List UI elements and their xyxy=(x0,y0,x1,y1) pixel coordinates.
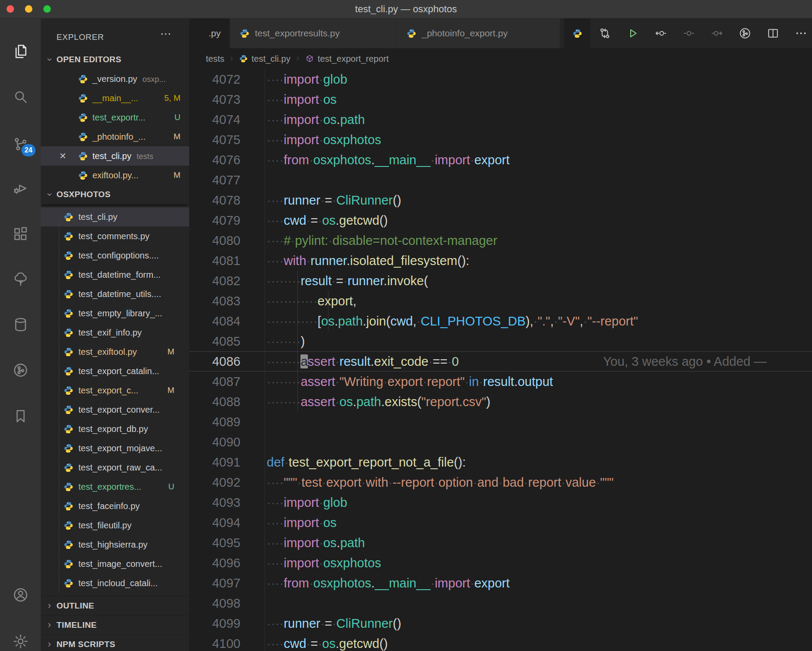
activity-bar-item-database[interactable] xyxy=(0,312,41,337)
open-editor-item[interactable]: _version.pyosxp... xyxy=(41,69,189,88)
open-editors-header[interactable]: OPEN EDITORS xyxy=(41,50,189,69)
breadcrumb-item[interactable]: test_cli.py xyxy=(239,54,290,64)
code-line-4099[interactable]: 4099····runner·=·CliRunner() xyxy=(189,613,812,633)
activity-bar-item-run-and-debug[interactable] xyxy=(0,176,41,201)
files-icon xyxy=(12,43,29,60)
tab-photoinfo-export-py[interactable]: _photoinfo_export.py xyxy=(397,18,560,48)
file-tree-item[interactable]: test_highsierra.py xyxy=(41,535,189,554)
code-line-4078[interactable]: 4078····runner·=·CliRunner() xyxy=(189,190,812,210)
python-icon xyxy=(64,405,74,415)
code-line-4100[interactable]: 4100····cwd·=·os.getcwd() xyxy=(189,633,812,651)
file-tree-item[interactable]: test_faceinfo.py xyxy=(41,496,189,516)
run-button[interactable] xyxy=(626,27,639,40)
breadcrumb-item[interactable]: test_export_report xyxy=(305,54,388,64)
code-text: ····cwd·=·os.getcwd() xyxy=(267,633,388,651)
code-line-4074[interactable]: 4074····import·os.path xyxy=(189,110,812,130)
code-line-4077[interactable]: 4077 xyxy=(189,170,812,190)
file-tree-item[interactable]: test_export_db.py xyxy=(41,419,189,439)
code-line-4089[interactable]: 4089 xyxy=(189,412,812,432)
code-line-4080[interactable]: 4080····#·pylint:·disable=not-context-ma… xyxy=(189,230,812,251)
sidebar-section-npm-scripts[interactable]: NPM SCRIPTS xyxy=(41,634,189,651)
code-line-4075[interactable]: 4075····import·osxphotos xyxy=(189,130,812,150)
code-line-4097[interactable]: 4097····from·osxphotos.__main__·import·e… xyxy=(189,573,812,593)
code-line-4087[interactable]: 4087········assert·"Writing·export·repor… xyxy=(189,371,812,392)
code-line-4084[interactable]: 4084············[os.path.join(cwd,·CLI_P… xyxy=(189,311,812,331)
open-editor-item[interactable]: test_exportr...U xyxy=(41,108,189,127)
file-tree-item[interactable]: test_export_raw_ca... xyxy=(41,458,189,477)
activity-bar-item-account[interactable] xyxy=(0,583,41,607)
code-line-4094[interactable]: 4094····import·os xyxy=(189,513,812,533)
python-icon xyxy=(64,482,74,492)
tab-test-cli-py[interactable]: .py xyxy=(189,18,229,48)
code-line-4098[interactable]: 4098 xyxy=(189,593,812,613)
open-editor-item[interactable]: exiftool.py...M xyxy=(41,166,189,185)
file-tree-item[interactable]: test_exif_info.py xyxy=(41,323,189,342)
git-graph-button[interactable] xyxy=(738,27,752,40)
file-tree-item[interactable]: test_exportres...U xyxy=(41,477,189,496)
zoom-window-button[interactable] xyxy=(43,5,51,13)
activity-bar-item-git[interactable] xyxy=(0,358,41,382)
code-line-4086[interactable]: 4086········assert·result.exit_code·==·0… xyxy=(189,351,812,371)
code-line-4088[interactable]: 4088········assert·os.path.exists("repor… xyxy=(189,392,812,412)
code-line-4076[interactable]: 4076····from·osxphotos.__main__·import·e… xyxy=(189,150,812,170)
code-line-4085[interactable]: 4085········) xyxy=(189,331,812,351)
file-tree-item[interactable]: test_configoptions.... xyxy=(41,246,189,265)
tab-test-exportresults-py[interactable]: test_exportresults.py xyxy=(230,18,396,48)
activity-bar-item-tree-view[interactable] xyxy=(0,267,41,291)
open-editor-item[interactable]: _photoinfo_...M xyxy=(41,127,189,146)
file-tree-item[interactable]: test_exiftool.pyM xyxy=(41,342,189,361)
file-tree-item[interactable]: test_datetime_utils.... xyxy=(41,284,189,304)
code-line-4083[interactable]: 4083············export, xyxy=(189,291,812,311)
code-line-4081[interactable]: 4081····with·runner.isolated_filesystem(… xyxy=(189,251,812,271)
activity-bar-item-explorer[interactable] xyxy=(0,39,41,64)
tab-python-icon[interactable] xyxy=(564,18,590,48)
file-tree-item[interactable]: test_fileutil.py xyxy=(41,516,189,535)
activity-bar-item-source-control[interactable]: 24 xyxy=(0,132,41,156)
activity-bar-item-settings[interactable] xyxy=(0,629,41,651)
code-line-4073[interactable]: 4073····import·os xyxy=(189,89,812,110)
activity-bar-item-bookmarks[interactable] xyxy=(0,404,41,428)
code-line-4091[interactable]: 4091def·test_export_report_not_a_file(): xyxy=(189,452,812,472)
views-and-more-actions-button[interactable]: ⋯ xyxy=(160,27,172,41)
file-tree-item[interactable]: test_export_c...M xyxy=(41,381,189,400)
project-section-header[interactable]: OSXPHOTOS xyxy=(41,185,189,204)
split-editor-button[interactable] xyxy=(766,27,780,40)
code-editor[interactable]: 4072····import·glob4073····import·os4074… xyxy=(189,69,812,651)
code-line-4079[interactable]: 4079····cwd·=·os.getcwd() xyxy=(189,210,812,230)
compare-changes-button[interactable] xyxy=(598,27,611,40)
python-icon xyxy=(64,231,74,241)
sidebar-section-outline[interactable]: OUTLINE xyxy=(41,596,189,615)
code-line-4093[interactable]: 4093····import·glob xyxy=(189,492,812,513)
open-editor-item[interactable]: ✕test_cli.pytests xyxy=(41,146,189,166)
breadcrumb-item[interactable]: tests xyxy=(206,54,224,64)
file-tree-item[interactable]: test_datetime_form... xyxy=(41,265,189,284)
code-line-4095[interactable]: 4095····import·os.path xyxy=(189,533,812,553)
code-line-4096[interactable]: 4096····import·osxphotos xyxy=(189,553,812,573)
code-line-4092[interactable]: 4092····"""·test·export·with·--report·op… xyxy=(189,472,812,492)
code-line-4082[interactable]: 4082········result·=·runner.invoke( xyxy=(189,271,812,291)
more-actions-button[interactable] xyxy=(794,27,808,40)
sidebar-section-timeline[interactable]: TIMELINE xyxy=(41,615,189,634)
file-tree-item[interactable]: test_export_catalin... xyxy=(41,361,189,381)
file-tree-item[interactable]: test_cli.py xyxy=(41,207,189,226)
file-tree-item[interactable]: test_export_conver... xyxy=(41,400,189,419)
activity-bar-item-extensions[interactable] xyxy=(0,222,41,246)
file-tree-item[interactable]: test_incloud_catali... xyxy=(41,573,189,593)
file-tree-item[interactable]: test_comments.py xyxy=(41,226,189,246)
close-window-button[interactable] xyxy=(7,5,14,13)
code-line-4090[interactable]: 4090 xyxy=(189,432,812,452)
file-tree-item[interactable]: test_export_mojave... xyxy=(41,439,189,458)
close-editor-icon[interactable]: ✕ xyxy=(59,151,67,161)
file-tree-item[interactable]: test_empty_library_... xyxy=(41,304,189,323)
line-number: 4095 xyxy=(189,533,240,553)
open-editor-item[interactable]: __main__...5, M xyxy=(41,88,189,108)
step-back-button[interactable] xyxy=(654,27,667,40)
step-forward-button[interactable] xyxy=(710,27,724,40)
record-button[interactable] xyxy=(682,27,695,40)
python-icon xyxy=(64,308,74,318)
code-line-4072[interactable]: 4072····import·glob xyxy=(189,69,812,89)
minimize-window-button[interactable] xyxy=(25,5,32,13)
line-number: 4087 xyxy=(189,371,240,392)
activity-bar-item-search[interactable] xyxy=(0,85,41,109)
file-tree-item[interactable]: test_image_convert... xyxy=(41,554,189,573)
